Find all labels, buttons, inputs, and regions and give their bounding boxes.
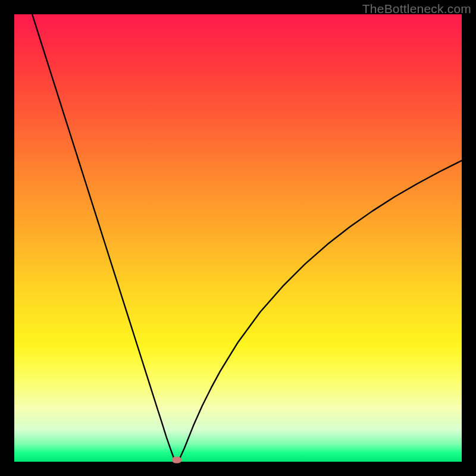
optimal-point-marker [172,456,181,463]
chart-frame [14,14,462,462]
bottleneck-curve [14,14,462,462]
